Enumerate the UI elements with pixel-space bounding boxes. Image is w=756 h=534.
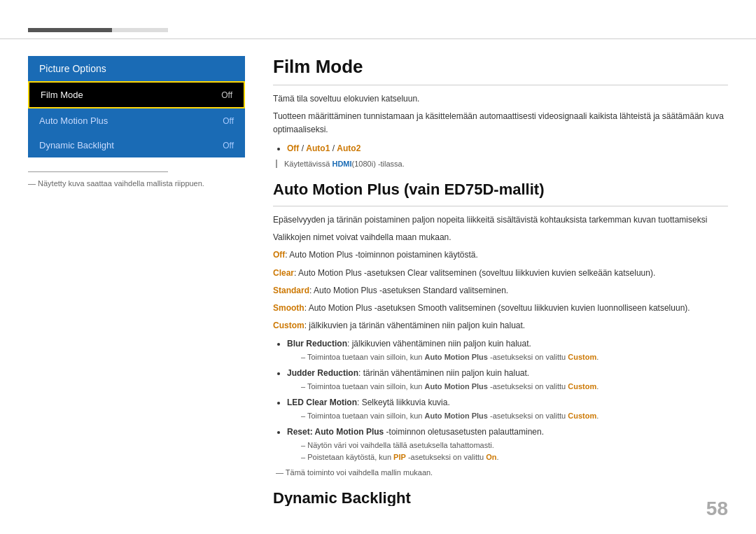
auto-motion-sub-list: Blur Reduction: jälkikuvien vähentäminen…	[273, 337, 728, 464]
progress-bar-area	[28, 28, 168, 32]
led-clear-motion-item: LED Clear Motion: Selkeytä liikkuvia kuv…	[287, 395, 728, 422]
film-mode-hdmi-note: Käytettävissä HDMI(1080i) -tilassa.	[276, 160, 728, 168]
sidebar-item-film-mode-value: Off	[221, 90, 232, 100]
page-number: 58	[706, 498, 728, 520]
auto-motion-desc1: Epäselvyyden ja tärinän poistaminen palj…	[273, 213, 728, 227]
reset-notes: Näytön väri voi vaihdella tällä asetukse…	[287, 440, 728, 464]
auto-motion-foot-note: — Tämä toiminto voi vaihdella mallin muk…	[276, 468, 728, 477]
auto-motion-title: Auto Motion Plus (vain ED75D-mallit)	[273, 181, 728, 199]
sidebar-item-auto-motion-value: Off	[223, 116, 234, 126]
judder-reduction-notes: Toimintoa tuetaan vain silloin, kun Auto…	[287, 381, 728, 393]
sidebar-title: Picture Options	[28, 56, 245, 81]
top-divider	[0, 38, 756, 39]
film-mode-auto1-label: Auto1	[306, 143, 330, 153]
auto-motion-clear: Clear: Auto Motion Plus -asetuksen Clear…	[273, 267, 728, 280]
sidebar-divider	[28, 171, 168, 172]
auto-motion-smooth: Smooth: Auto Motion Plus -asetuksen Smoo…	[273, 302, 728, 315]
auto-motion-divider	[273, 206, 728, 206]
film-mode-auto2-label: Auto2	[337, 143, 360, 153]
sidebar-item-auto-motion-label: Auto Motion Plus	[39, 115, 108, 126]
film-mode-options-item: Off / Auto1 / Auto2	[287, 141, 728, 155]
main-content: Film Mode Tämä tila soveltuu elokuvien k…	[273, 56, 728, 506]
auto-motion-standard: Standard: Auto Motion Plus -asetuksen St…	[273, 284, 728, 297]
judder-note: Toimintoa tuetaan vain silloin, kun Auto…	[301, 381, 728, 393]
blur-reduction-notes: Toimintoa tuetaan vain silloin, kun Auto…	[287, 351, 728, 364]
film-mode-divider	[273, 85, 728, 85]
film-mode-off-label: Off	[287, 143, 299, 153]
film-mode-desc1: Tämä tila soveltuu elokuvien katseluun.	[273, 92, 728, 106]
reset-note2: Poistetaan käytöstä, kun PIP -asetukseks…	[301, 451, 728, 464]
sidebar-item-dynamic-backlight[interactable]: Dynamic Backlight Off	[28, 133, 245, 157]
sidebar-item-auto-motion[interactable]: Auto Motion Plus Off	[28, 108, 245, 133]
film-mode-title: Film Mode	[273, 56, 728, 78]
auto-motion-off: Off: Auto Motion Plus -toiminnon poistam…	[273, 248, 728, 262]
auto-motion-desc2: Valikkojen nimet voivat vaihdella maan m…	[273, 231, 728, 244]
sidebar-item-film-mode[interactable]: Film Mode Off	[28, 81, 245, 108]
dynamic-backlight-title: Dynamic Backlight	[273, 489, 728, 506]
reset-item: Reset: Auto Motion Plus -toiminnon oletu…	[287, 425, 728, 464]
film-mode-desc2: Tuotteen määrittäminen tunnistamaan ja k…	[273, 110, 728, 136]
auto-motion-custom: Custom: jälkikuvien ja tärinän vähentämi…	[273, 319, 728, 332]
led-note: Toimintoa tuetaan vain silloin, kun Auto…	[301, 410, 728, 423]
sidebar-item-film-mode-label: Film Mode	[41, 90, 83, 100]
film-mode-options-list: Off / Auto1 / Auto2	[273, 141, 728, 155]
judder-reduction-item: Judder Reduction: tärinän vähentäminen n…	[287, 366, 728, 393]
sidebar-note: — Näytetty kuva saattaa vaihdella mallis…	[28, 179, 245, 188]
reset-note1: Näytön väri voi vaihdella tällä asetukse…	[301, 440, 728, 452]
progress-bar-fill	[28, 28, 112, 32]
sidebar-item-dynamic-backlight-value: Off	[223, 141, 234, 150]
sidebar-item-dynamic-backlight-label: Dynamic Backlight	[39, 140, 114, 150]
blur-reduction-item: Blur Reduction: jälkikuvien vähentäminen…	[287, 337, 728, 363]
sidebar: Picture Options Film Mode Off Auto Motio…	[28, 56, 245, 188]
led-notes: Toimintoa tuetaan vain silloin, kun Auto…	[287, 410, 728, 423]
blur-note: Toimintoa tuetaan vain silloin, kun Auto…	[301, 351, 728, 364]
